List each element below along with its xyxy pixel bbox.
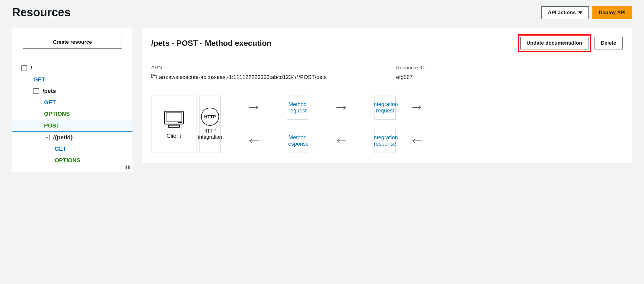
caret-down-icon bbox=[578, 11, 582, 15]
resource-id-cell: Resource ID efg567 bbox=[387, 58, 632, 88]
tree-method-petid-get[interactable]: GET bbox=[12, 143, 132, 155]
arrow-left-3 bbox=[399, 129, 435, 153]
arrow-left-1 bbox=[224, 129, 284, 153]
api-actions-label: API actions bbox=[548, 10, 576, 16]
client-monitor-icon bbox=[163, 109, 185, 129]
arn-value-row: arn:aws:execute-api:us-east-1:1111222233… bbox=[151, 73, 378, 81]
tree-node-pets[interactable]: − /pets bbox=[12, 85, 132, 97]
method-request-box[interactable]: Method request bbox=[287, 96, 308, 120]
flow-diagram: Client Method request Integration reques… bbox=[142, 88, 632, 163]
info-row: ARN arn:aws:execute-api:us-east-1:111122… bbox=[142, 58, 632, 88]
resource-id-label: Resource ID bbox=[396, 65, 623, 71]
method-label: OPTIONS bbox=[55, 157, 81, 164]
main-actions: Update documentation Delete bbox=[518, 34, 623, 52]
arrow-left-2 bbox=[311, 129, 371, 153]
tree-node-root[interactable]: − / bbox=[12, 62, 132, 74]
http-badge-text: HTTP bbox=[204, 114, 216, 119]
svg-rect-1 bbox=[153, 76, 156, 79]
tree-method-pets-options[interactable]: OPTIONS bbox=[12, 108, 132, 120]
tree-method-pets-post[interactable]: POST bbox=[12, 120, 132, 132]
method-execution-panel: /pets - POST - Method execution Update d… bbox=[142, 28, 632, 164]
client-label: Client bbox=[167, 133, 181, 139]
tree-method-petid-options[interactable]: OPTIONS bbox=[12, 155, 132, 166]
method-label: GET bbox=[55, 146, 66, 152]
arrow-right-1 bbox=[224, 96, 284, 120]
api-actions-button[interactable]: API actions bbox=[541, 6, 589, 19]
main-header: /pets - POST - Method execution Update d… bbox=[142, 28, 632, 58]
method-response-label: Method response bbox=[286, 134, 309, 147]
integration-response-box[interactable]: Integration response bbox=[375, 129, 396, 153]
integration-response-label: Integration response bbox=[372, 134, 398, 147]
copy-icon[interactable] bbox=[151, 74, 157, 79]
arrow-right-icon bbox=[336, 105, 346, 111]
tree-method-root-get[interactable]: GET bbox=[12, 74, 132, 85]
deploy-api-button[interactable]: Deploy API bbox=[592, 6, 632, 19]
svg-rect-5 bbox=[168, 125, 179, 127]
resize-handle-icon[interactable]: ▮▮ bbox=[125, 164, 130, 169]
resource-tree: − / GET − /pets GET OPTIONS POST bbox=[12, 56, 132, 172]
method-label: GET bbox=[33, 76, 45, 83]
resources-sidebar: Create resource − / GET − /pets GET bbox=[12, 28, 133, 172]
arrow-right-3 bbox=[399, 96, 435, 120]
arrow-right-icon bbox=[249, 105, 259, 111]
create-resource-button[interactable]: Create resource bbox=[23, 36, 122, 49]
method-label: GET bbox=[44, 99, 56, 106]
update-doc-label: Update documentation bbox=[527, 40, 582, 46]
http-badge-icon: HTTP bbox=[201, 108, 219, 126]
collapse-icon[interactable]: − bbox=[21, 65, 27, 71]
header-actions: API actions Deploy API bbox=[541, 6, 632, 19]
arrow-left-icon bbox=[336, 138, 346, 144]
method-execution-title: /pets - POST - Method execution bbox=[151, 39, 272, 48]
create-resource-label: Create resource bbox=[53, 39, 92, 45]
page-header: Resources API actions Deploy API bbox=[12, 6, 632, 19]
arrow-left-icon bbox=[412, 138, 422, 144]
resource-id-value: efg567 bbox=[396, 73, 623, 81]
delete-label: Delete bbox=[601, 40, 616, 46]
tree-label-pets: /pets bbox=[43, 88, 56, 94]
flow-endpoint-box: HTTP HTTP integration bbox=[199, 96, 221, 153]
arn-cell: ARN arn:aws:execute-api:us-east-1:111122… bbox=[142, 58, 387, 88]
update-documentation-button[interactable]: Update documentation bbox=[520, 37, 588, 49]
tree-label-petid: /{petId} bbox=[53, 134, 73, 141]
sidebar-header: Create resource bbox=[12, 28, 132, 56]
delete-button[interactable]: Delete bbox=[595, 37, 623, 49]
collapse-icon[interactable]: − bbox=[44, 135, 49, 140]
collapse-icon[interactable]: − bbox=[33, 88, 39, 94]
tree-method-pets-get[interactable]: GET bbox=[12, 97, 132, 108]
tree-label-root: / bbox=[30, 65, 32, 71]
page-title: Resources bbox=[12, 6, 71, 19]
arrow-right-icon bbox=[412, 105, 422, 111]
integration-request-box[interactable]: Integration request bbox=[375, 96, 396, 120]
deploy-api-label: Deploy API bbox=[599, 10, 626, 16]
arn-label: ARN bbox=[151, 65, 378, 71]
method-response-box[interactable]: Method response bbox=[287, 129, 308, 153]
integration-request-label: Integration request bbox=[372, 101, 398, 114]
method-label: OPTIONS bbox=[44, 111, 70, 117]
arn-value: arn:aws:execute-api:us-east-1:1111222233… bbox=[159, 73, 327, 81]
svg-rect-3 bbox=[166, 113, 182, 121]
svg-rect-4 bbox=[178, 121, 182, 123]
method-label: POST bbox=[44, 122, 60, 129]
endpoint-label: HTTP integration bbox=[198, 128, 222, 141]
tree-node-petid[interactable]: − /{petId} bbox=[12, 132, 132, 143]
arrow-right-2 bbox=[311, 96, 371, 120]
flow-client-box: Client bbox=[151, 96, 196, 153]
method-request-label: Method request bbox=[289, 101, 307, 114]
highlight-annotation: Update documentation bbox=[518, 34, 591, 52]
arrow-left-icon bbox=[249, 138, 259, 144]
